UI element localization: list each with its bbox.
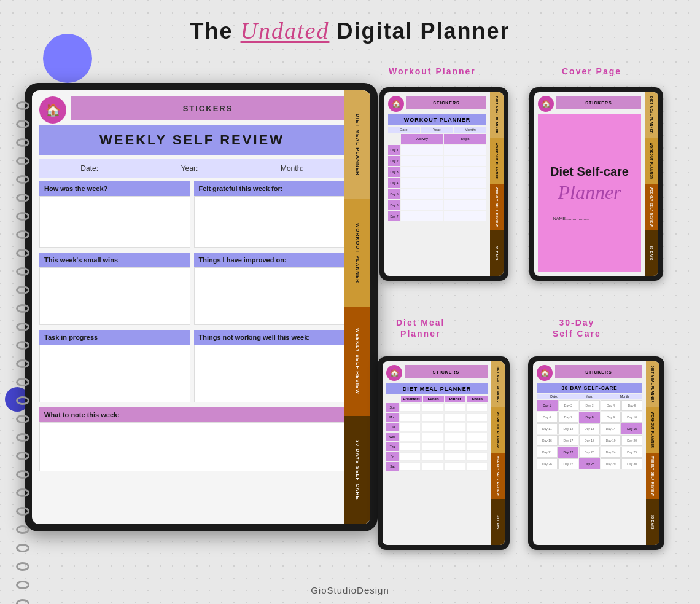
- selfcare-cell-25[interactable]: Day 25: [621, 447, 642, 458]
- selfcare-cell-13[interactable]: Day 13: [579, 423, 600, 434]
- diet-fri-breakfast[interactable]: [399, 452, 421, 461]
- not-working-box[interactable]: [194, 345, 345, 402]
- selfcare-cell-28[interactable]: Day 28: [579, 458, 600, 469]
- selfcare-cell-7[interactable]: Day 7: [558, 412, 579, 423]
- tab-workout[interactable]: WORKOUT PLANNER: [344, 199, 370, 308]
- selfcare-tab-weekly[interactable]: WEEKLY SELF REVIEW: [646, 453, 659, 500]
- diet-fri-dinner[interactable]: [444, 452, 465, 461]
- selfcare-cell-22[interactable]: Day 22: [558, 447, 579, 458]
- workout-day5-reps[interactable]: [444, 189, 486, 199]
- selfcare-cell-19[interactable]: Day 19: [601, 435, 621, 446]
- diet-tab-weekly[interactable]: WEEKLY SELF REVIEW: [491, 453, 505, 500]
- diet-sat-dinner[interactable]: [444, 462, 465, 471]
- diet-tue-snack[interactable]: [466, 423, 488, 431]
- cover-tab-30days[interactable]: 30 DAYS: [645, 230, 658, 276]
- workout-day3-activity[interactable]: [401, 167, 443, 177]
- selfcare-cell-17[interactable]: Day 17: [558, 435, 579, 446]
- cover-tab-workout[interactable]: WORKOUT PLANNER: [645, 138, 658, 184]
- workout-tab-workout[interactable]: WORKOUT PLANNER: [490, 138, 504, 184]
- diet-tab-workout[interactable]: WORKOUT PLANNER: [491, 407, 505, 453]
- selfcare-cell-2[interactable]: Day 2: [558, 400, 579, 411]
- workout-home-btn[interactable]: 🏠: [388, 96, 404, 112]
- selfcare-cell-9[interactable]: Day 9: [601, 412, 621, 423]
- diet-sat-snack[interactable]: [466, 462, 488, 471]
- workout-tab-weekly[interactable]: WEEKLY SELF REVIEW: [490, 184, 504, 230]
- cover-home-btn[interactable]: 🏠: [538, 96, 554, 112]
- workout-day2-activity[interactable]: [401, 156, 443, 166]
- how-was-week-box[interactable]: [39, 196, 190, 248]
- diet-thu-dinner[interactable]: [444, 442, 465, 451]
- diet-fri-snack[interactable]: [466, 452, 488, 461]
- selfcare-cell-15[interactable]: Day 15: [621, 423, 642, 434]
- things-improved-box[interactable]: [194, 267, 345, 325]
- selfcare-tab-diet[interactable]: DIET MEAL PLANNER: [646, 361, 659, 407]
- diet-sat-breakfast[interactable]: [399, 462, 421, 471]
- workout-day7-reps[interactable]: [444, 211, 486, 221]
- tab-weekly[interactable]: WEEKLY SELF REVIEW: [344, 307, 370, 416]
- workout-day4-reps[interactable]: [444, 178, 486, 188]
- selfcare-cell-30[interactable]: Day 30: [621, 458, 642, 469]
- diet-thu-snack[interactable]: [466, 442, 488, 451]
- diet-tab-30days[interactable]: 30 DAYS: [491, 499, 505, 545]
- tab-30days[interactable]: 30 DAYS SELF-CARE: [344, 416, 370, 525]
- selfcare-cell-24[interactable]: Day 24: [601, 447, 621, 458]
- tab-diet-meal[interactable]: DIET MEAL PLANNER: [344, 90, 370, 199]
- diet-thu-breakfast[interactable]: [399, 442, 421, 451]
- diet-home-btn[interactable]: 🏠: [386, 365, 402, 381]
- workout-tab-diet[interactable]: DIET MEAL PLANNER: [490, 92, 504, 138]
- selfcare-cell-4[interactable]: Day 4: [601, 400, 621, 411]
- selfcare-cell-23[interactable]: Day 23: [579, 447, 600, 458]
- selfcare-cell-5[interactable]: Day 5: [621, 400, 642, 411]
- note-box[interactable]: [39, 422, 344, 471]
- cover-tab-diet[interactable]: DIET MEAL PLANNER: [645, 92, 658, 138]
- selfcare-cell-18[interactable]: Day 18: [579, 435, 600, 446]
- diet-mon-lunch[interactable]: [421, 413, 443, 422]
- diet-thu-lunch[interactable]: [421, 442, 443, 451]
- selfcare-cell-12[interactable]: Day 12: [558, 423, 579, 434]
- workout-day7-activity[interactable]: [401, 211, 443, 221]
- diet-wed-lunch[interactable]: [421, 433, 443, 441]
- diet-mon-snack[interactable]: [466, 413, 488, 422]
- cover-tab-weekly[interactable]: WEEKLY SELF REVIEW: [645, 184, 658, 230]
- selfcare-cell-14[interactable]: Day 14: [601, 423, 621, 434]
- selfcare-cell-29[interactable]: Day 29: [601, 458, 621, 469]
- diet-wed-snack[interactable]: [466, 433, 488, 441]
- diet-mon-breakfast[interactable]: [399, 413, 421, 422]
- diet-mon-dinner[interactable]: [444, 413, 465, 422]
- task-progress-box[interactable]: [39, 345, 190, 402]
- selfcare-tab-workout[interactable]: WORKOUT PLANNER: [646, 407, 659, 453]
- workout-day1-activity[interactable]: [401, 145, 443, 155]
- diet-tab-diet[interactable]: DIET MEAL PLANNER: [491, 361, 505, 407]
- selfcare-cell-26[interactable]: Day 26: [537, 458, 558, 469]
- workout-tab-30days[interactable]: 30 DAYS: [490, 230, 504, 276]
- selfcare-cell-1[interactable]: Day 1: [537, 400, 558, 411]
- selfcare-cell-20[interactable]: Day 20: [621, 435, 642, 446]
- diet-sun-lunch[interactable]: [421, 403, 443, 412]
- diet-sat-lunch[interactable]: [421, 462, 443, 471]
- small-wins-box[interactable]: [39, 267, 190, 325]
- workout-day6-reps[interactable]: [444, 200, 486, 210]
- workout-day2-reps[interactable]: [444, 156, 486, 166]
- diet-sun-breakfast[interactable]: [399, 403, 421, 412]
- home-button[interactable]: 🏠: [39, 96, 66, 124]
- selfcare-cell-21[interactable]: Day 21: [537, 447, 558, 458]
- diet-tue-lunch[interactable]: [421, 423, 443, 431]
- selfcare-cell-3[interactable]: Day 3: [579, 400, 600, 411]
- workout-day3-reps[interactable]: [444, 167, 486, 177]
- selfcare-home-btn[interactable]: 🏠: [537, 365, 553, 381]
- diet-sun-snack[interactable]: [466, 403, 488, 412]
- diet-tue-breakfast[interactable]: [399, 423, 421, 431]
- selfcare-cell-11[interactable]: Day 11: [537, 423, 558, 434]
- diet-tue-dinner[interactable]: [444, 423, 465, 431]
- diet-wed-dinner[interactable]: [444, 433, 465, 441]
- workout-day6-activity[interactable]: [401, 200, 443, 210]
- selfcare-cell-6[interactable]: Day 6: [537, 412, 558, 423]
- workout-day5-activity[interactable]: [401, 189, 443, 199]
- diet-wed-breakfast[interactable]: [399, 433, 421, 441]
- selfcare-cell-16[interactable]: Day 16: [537, 435, 558, 446]
- selfcare-cell-10[interactable]: Day 10: [621, 412, 642, 423]
- felt-grateful-box[interactable]: [194, 196, 345, 248]
- diet-sun-dinner[interactable]: [444, 403, 465, 412]
- workout-day1-reps[interactable]: [444, 145, 486, 155]
- selfcare-cell-27[interactable]: Day 27: [558, 458, 579, 469]
